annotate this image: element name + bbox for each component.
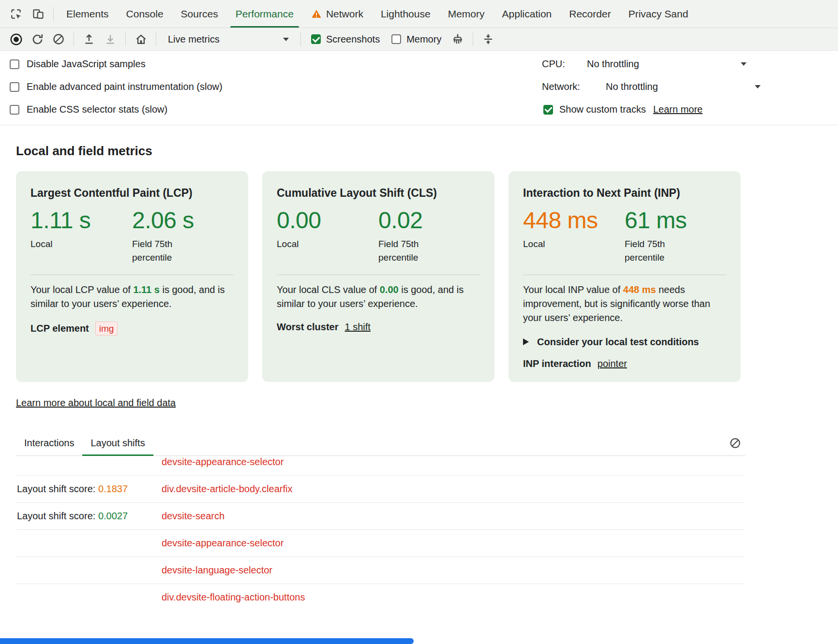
lcp-local-label: Local [30,237,88,251]
advanced-paint-checkbox[interactable] [10,82,19,92]
local-field-metrics-heading: Local and field metrics [16,144,838,159]
toggle-device-toolbar-button[interactable] [27,3,49,25]
lcp-card-title: Largest Contentful Paint (LCP) [30,187,234,200]
element-node-link[interactable]: div.devsite-article-body.clearfix [162,483,292,495]
collapse-button[interactable] [478,30,498,48]
live-metrics-home-button[interactable] [131,30,151,48]
local-field-data-learn-more-link[interactable]: Learn more about local and field data [16,397,176,409]
advanced-paint-row[interactable]: Enable advanced paint instrumentation (s… [0,75,223,98]
element-node-link[interactable]: div.devsite-floating-action-buttons [162,592,305,603]
css-selector-stats-row[interactable]: Enable CSS selector stats (slow) [0,98,223,121]
tab-recorder[interactable]: Recorder [560,0,619,28]
inp-desc-prefix: Your local INP value of [523,284,623,295]
tab-label: Privacy Sand [628,8,688,20]
element-node-link[interactable]: devsite-appearance-selector [162,456,284,468]
tab-privacy-sandbox[interactable]: Privacy Sand [620,0,697,28]
clear-log-button[interactable] [725,434,745,453]
collect-garbage-button[interactable] [448,30,468,48]
clear-icon [52,33,65,45]
inp-interaction-link[interactable]: pointer [598,358,627,369]
chevron-down-icon[interactable] [755,85,761,88]
cls-field-label: Field 75th percentile [378,237,435,265]
history-dropdown-value: Live metrics [168,34,220,45]
custom-tracks-learn-more-link[interactable]: Learn more [653,104,703,115]
lcp-local-column: 1.11 s Local [30,207,132,265]
inspect-element-button[interactable] [5,3,27,25]
element-node-link[interactable]: devsite-language-selector [162,565,272,576]
layout-shift-row[interactable]: Layout shift score: 0.0027 devsite-searc… [16,503,745,530]
inspect-icon [10,8,22,20]
divider [473,32,473,46]
layout-shift-row[interactable]: Layout shift score: 0.1837 div.devsite-a… [16,476,745,503]
disable-js-samples-label: Disable JavaScript samples [27,59,146,70]
worst-cluster-label: Worst cluster [277,322,338,333]
clear-button[interactable] [48,30,69,48]
inp-card-title: Interaction to Next Paint (INP) [523,187,726,200]
screenshots-checkbox-group[interactable]: Screenshots [306,34,385,45]
chevron-down-icon[interactable] [741,62,747,66]
element-node-link[interactable]: devsite-appearance-selector [162,538,284,549]
css-selector-stats-label: Enable CSS selector stats (slow) [27,104,167,115]
tab-network[interactable]: Network [302,0,372,28]
home-icon [135,33,148,46]
lcp-element-node-link[interactable]: img [95,322,118,336]
tab-elements[interactable]: Elements [58,0,118,28]
devtools-tabbar: Elements Console Sources Performance Net… [0,0,838,28]
metric-card-inp: Interaction to Next Paint (INP) 448 ms L… [509,171,741,382]
tab-sources[interactable]: Sources [172,0,227,28]
upload-profile-button[interactable] [79,30,99,48]
tab-performance[interactable]: Performance [227,0,302,28]
cls-local-value: 0.00 [277,207,378,234]
tab-label: Performance [236,8,294,20]
layout-shift-row[interactable]: devsite-appearance-selector [16,456,745,476]
tab-application[interactable]: Application [494,0,561,28]
record-and-reload-button[interactable] [27,30,47,48]
element-node-link[interactable]: devsite-search [162,511,224,522]
horizontal-scrollbar-thumb[interactable] [0,638,414,644]
metric-card-lcp: Largest Contentful Paint (LCP) 1.11 s Lo… [16,171,248,382]
cpu-throttling-select[interactable]: No throttling [587,59,639,70]
history-dropdown[interactable]: Live metrics [161,30,296,48]
memory-checkbox[interactable] [391,34,401,44]
layout-shift-row[interactable]: div.devsite-floating-action-buttons [16,584,745,603]
network-warning-icon [311,9,322,19]
show-custom-tracks-checkbox[interactable] [543,105,553,115]
network-label: Network: [542,81,599,92]
inp-interaction-label: INP interaction [523,358,591,369]
layout-shift-row[interactable]: devsite-appearance-selector [16,530,745,557]
css-selector-stats-checkbox[interactable] [10,105,19,115]
disable-js-samples-row[interactable]: Disable JavaScript samples [0,53,223,75]
layout-shift-row[interactable]: devsite-language-selector [16,557,745,584]
cls-card-title: Cumulative Layout Shift (CLS) [277,187,480,200]
device-toolbar-icon [32,8,45,20]
divider [156,32,156,46]
screenshots-checkbox[interactable] [311,34,321,44]
disable-js-samples-checkbox[interactable] [10,59,19,69]
tab-console[interactable]: Console [118,0,172,28]
lcp-element-label: LCP element [30,323,89,334]
memory-checkbox-group[interactable]: Memory [386,34,447,45]
tab-interactions[interactable]: Interactions [16,431,82,455]
tab-lighthouse[interactable]: Lighthouse [372,0,439,28]
cls-local-column: 0.00 Local [277,207,378,265]
consider-local-conditions-details[interactable]: Consider your local test conditions [523,337,726,348]
tab-memory[interactable]: Memory [439,0,494,28]
record-button[interactable] [6,30,26,48]
cls-values: 0.00 Local 0.02 Field 75th percentile [277,207,480,265]
inp-field-label: Field 75th percentile [625,237,682,265]
lcp-field-column: 2.06 s Field 75th percentile [132,207,234,265]
screenshots-label: Screenshots [326,34,380,45]
show-custom-tracks-label: Show custom tracks [559,104,646,115]
cls-footer: Worst cluster 1 shift [277,322,480,333]
score-value: 0.1837 [98,483,128,494]
download-profile-button[interactable] [100,30,120,48]
inp-description: Your local INP value of 448 ms needs imp… [523,283,726,325]
throttling-settings: CPU: No throttling Network: No throttlin… [542,53,838,121]
details-expand-icon[interactable] [523,338,529,345]
tab-label: Interactions [24,438,74,448]
tab-layout-shifts[interactable]: Layout shifts [82,431,153,455]
tab-label: Memory [448,8,485,20]
network-throttling-select[interactable]: No throttling [606,81,658,92]
download-icon [104,33,117,45]
worst-cluster-link[interactable]: 1 shift [344,322,370,333]
